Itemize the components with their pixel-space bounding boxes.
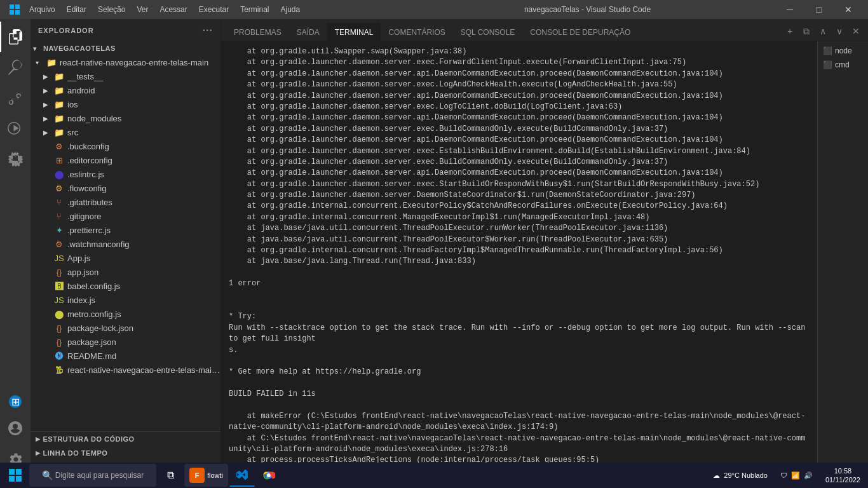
terminal-line: at org.gradle.util.Swapper.swap(Swapper.… xyxy=(229,46,810,57)
file-watchman-icon: ⚙ xyxy=(53,238,65,250)
svg-rect-0 xyxy=(10,4,14,9)
code-structure-section[interactable]: ▶ ESTRUTURA DO CÓDIGO xyxy=(31,432,220,446)
folder-ios[interactable]: ▶ 📁 ios xyxy=(31,97,220,111)
timeline-section[interactable]: ▶ LINHA DO TEMPO xyxy=(31,446,220,460)
file-appjson[interactable]: ▶ {} app.json xyxy=(31,265,220,279)
shield-icon: 🛡 xyxy=(780,471,787,479)
menu-selecao[interactable]: Seleção xyxy=(93,3,130,17)
workspace-label[interactable]: ▾ NAVEGACAOTELAS xyxy=(31,41,220,55)
timeline-label: LINHA DO TEMPO xyxy=(43,449,108,457)
file-package-lock[interactable]: ▶ {} package-lock.json xyxy=(31,321,220,335)
tab-saida[interactable]: SAÍDA xyxy=(289,23,327,41)
file-eslintrc[interactable]: ▶ ⬤ .eslintrc.js xyxy=(31,167,220,181)
windows-logo-icon xyxy=(5,4,24,15)
file-readme[interactable]: ▶ 🅜 README.md xyxy=(31,349,220,363)
terminal-line: at org.gradle.internal.concurrent.Thread… xyxy=(229,245,810,256)
file-babelconfig-label: babel.config.js xyxy=(67,281,220,291)
activity-extensions[interactable] xyxy=(0,144,31,174)
terminal-line: at org.gradle.launcher.daemon.server.api… xyxy=(229,69,810,79)
taskview-button[interactable]: ⧉ xyxy=(158,464,183,487)
clock[interactable]: 10:58 01/11/2022 xyxy=(820,466,865,485)
activity-explorer[interactable] xyxy=(0,22,31,52)
file-packagejson[interactable]: ▶ {} package.json xyxy=(31,335,220,349)
tab-comentarios[interactable]: COMENTÁRIOS xyxy=(381,23,452,41)
flowti-app[interactable]: F flowti xyxy=(184,464,228,487)
file-indexjs[interactable]: ▶ JS index.js xyxy=(31,293,220,307)
terminal-line: at org.gradle.launcher.daemon.server.exe… xyxy=(229,57,810,68)
terminal-output[interactable]: at org.gradle.util.Swapper.swap(Swapper.… xyxy=(221,41,817,474)
menu-executar[interactable]: Executar xyxy=(194,3,234,17)
folder-src-label: src xyxy=(67,128,220,137)
sidebar-menu-button[interactable]: ··· xyxy=(203,25,213,36)
chrome-taskbar-button[interactable] xyxy=(256,464,281,487)
terminal-cmd[interactable]: ⬛ cmd xyxy=(818,58,868,72)
terminal-line: Run with --stacktrace option to get the … xyxy=(229,323,810,345)
menu-arquivo[interactable]: Arquivo xyxy=(24,3,60,17)
terminal-line: at org.gradle.launcher.daemon.server.exe… xyxy=(229,102,810,112)
system-icons: 🛡 📶 🔊 xyxy=(775,471,818,480)
activity-source-control[interactable] xyxy=(0,83,31,113)
panel-tabs: PROBLEMAS SAÍDA TERMINAL COMENTÁRIOS SQL… xyxy=(221,19,868,41)
folder-android[interactable]: ▶ 📁 android xyxy=(31,83,220,97)
file-indexjs-icon: JS xyxy=(53,294,65,306)
close-button[interactable]: ✕ xyxy=(834,0,863,19)
terminal-line: s. xyxy=(229,345,810,356)
minimize-button[interactable]: ─ xyxy=(775,0,804,19)
activity-remote[interactable]: ⊞ xyxy=(9,395,22,408)
panel-up-button[interactable]: ∧ xyxy=(816,24,830,38)
search-bar[interactable]: 🔍 Digite aqui para pesquisar xyxy=(29,464,156,487)
file-editorconfig[interactable]: ▶ ⊞ .editorconfig xyxy=(31,153,220,167)
file-gitignore[interactable]: ▶ ⑂ .gitignore xyxy=(31,209,220,223)
folder-node-modules[interactable]: ▶ 📁 node_modules xyxy=(31,111,220,125)
split-terminal-button[interactable]: ⧉ xyxy=(799,24,813,38)
terminal-line: at org.gradle.launcher.daemon.server.Dae… xyxy=(229,190,810,201)
menu-terminal[interactable]: Terminal xyxy=(235,3,274,17)
maximize-button[interactable]: □ xyxy=(804,0,834,19)
activity-run-debug[interactable] xyxy=(0,113,31,144)
terminal-line: at org.gradle.launcher.daemon.server.api… xyxy=(229,91,810,102)
tab-sql-console[interactable]: SQL CONSOLE xyxy=(453,23,523,41)
folder-node-label: node_modules xyxy=(67,114,220,123)
file-babelconfig[interactable]: ▶ 🅱 babel.config.js xyxy=(31,279,220,293)
menu-editar[interactable]: Editar xyxy=(62,3,92,17)
terminal-node[interactable]: ⬛ node xyxy=(818,44,868,58)
start-button[interactable] xyxy=(3,464,28,487)
vscode-taskbar-button[interactable] xyxy=(229,464,255,487)
file-gitattributes[interactable]: ▶ ⑂ .gitattributes xyxy=(31,195,220,209)
file-appjs[interactable]: ▶ JS App.js xyxy=(31,251,220,265)
activity-bar: ⊞ xyxy=(0,19,31,474)
file-buckconfig[interactable]: ▶ ⚙ .buckconfig xyxy=(31,139,220,153)
file-flowconfig[interactable]: ▶ ⚙ .flowconfig xyxy=(31,181,220,195)
tab-console-depuracao[interactable]: CONSOLE DE DEPURAÇÃO xyxy=(522,23,638,41)
svg-rect-5 xyxy=(16,469,22,475)
activity-accounts[interactable] xyxy=(0,413,31,444)
svg-rect-2 xyxy=(10,10,14,15)
arrow: ▶ xyxy=(43,129,53,136)
project-root-folder[interactable]: ▾ 📁 react-native-navegacao-entre-telas-m… xyxy=(31,55,220,69)
file-metroconfig[interactable]: ▶ ⬤ metro.config.js xyxy=(31,307,220,321)
weather-icon: ☁ xyxy=(713,471,720,480)
collapse-arrow: ▶ xyxy=(36,450,41,456)
menu-ajuda[interactable]: Ajuda xyxy=(276,3,306,17)
file-editorconfig-label: .editorconfig xyxy=(67,156,220,165)
tab-problemas[interactable]: PROBLEMAS xyxy=(226,23,289,41)
tab-terminal[interactable]: TERMINAL xyxy=(327,23,381,41)
add-terminal-button[interactable]: + xyxy=(783,24,797,38)
folder-src[interactable]: ▶ 📁 src xyxy=(31,125,220,139)
folder-android-label: android xyxy=(67,86,220,95)
panel-close-button[interactable]: ✕ xyxy=(849,24,863,38)
file-prettierrc[interactable]: ▶ ✦ .prettierrc.js xyxy=(31,223,220,237)
file-icon: ⊞ xyxy=(53,154,65,166)
menu-acessar[interactable]: Acessar xyxy=(154,3,192,17)
panel-down-button[interactable]: ∨ xyxy=(832,24,846,38)
folder-tests[interactable]: ▶ 📁 __tests__ xyxy=(31,69,220,83)
file-zip[interactable]: ▶ 🗜 react-native-navegacao-entre-telas-m… xyxy=(31,363,220,377)
folder-icon: 📁 xyxy=(46,57,57,68)
file-watchmanconfig[interactable]: ▶ ⚙ .watchmanconfig xyxy=(31,237,220,251)
file-tree: ▾ NAVEGACAOTELAS ▾ 📁 react-native-navega… xyxy=(31,41,220,431)
menu-ver[interactable]: Ver xyxy=(132,3,153,17)
file-prettierrc-label: .prettierrc.js xyxy=(67,226,220,235)
file-gitignore-label: .gitignore xyxy=(67,212,220,221)
file-appjson-label: app.json xyxy=(67,268,220,277)
activity-search[interactable] xyxy=(0,52,31,83)
